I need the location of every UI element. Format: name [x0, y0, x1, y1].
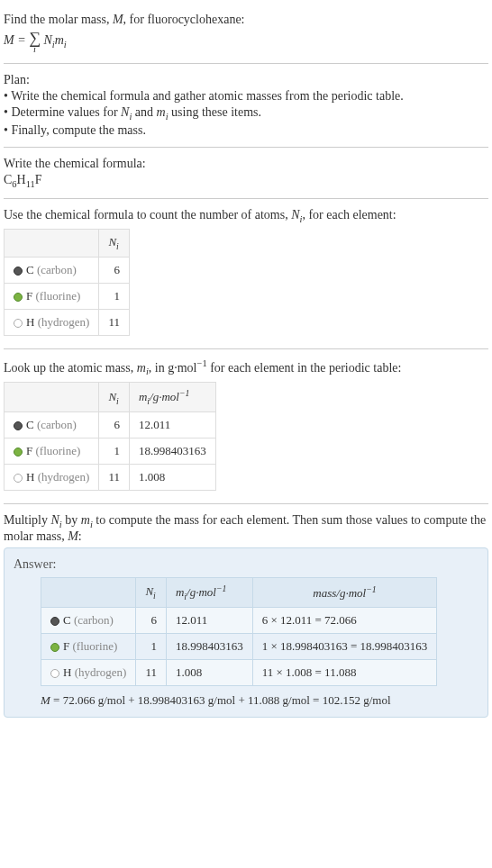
plan-item-3: • Finally, compute the mass.: [4, 123, 488, 138]
formula-eq: =: [14, 33, 29, 47]
answer-table: Ni mi/g·mol−1 mass/g·mol−1 C (carbon) 6 …: [41, 577, 437, 686]
formula-m: m: [55, 33, 64, 47]
ans-col-n: Ni: [136, 578, 167, 608]
mult-end: :: [78, 529, 82, 543]
table-row: H (hydrogen) 11 1.008: [5, 465, 216, 491]
final-lhs: M: [41, 693, 50, 707]
carbon-n: 6: [99, 412, 130, 439]
acol-n: N: [145, 584, 153, 598]
acol-m-sup: −1: [216, 583, 226, 593]
fluorine-symbol: F: [63, 639, 69, 653]
fluorine-mass: 18.998403163: [129, 439, 215, 465]
chem-formula-heading: Write the chemical formula:: [4, 157, 488, 171]
mass-col-element: [5, 383, 99, 412]
result-section: Multiply Ni by mi to compute the mass fo…: [4, 504, 488, 725]
element-cell-fluorine: F (fluorine): [41, 634, 136, 660]
hydrogen-m: 1.008: [166, 660, 252, 686]
mass-table: Ni mi/g·mol−1 C (carbon) 6 12.011 F (flu…: [4, 382, 216, 491]
carbon-name: (carbon): [74, 613, 114, 627]
final-result: M = 72.066 g/mol + 18.998403163 g/mol + …: [41, 693, 478, 708]
answer-box: Answer: Ni mi/g·mol−1 mass/g·mol−1 C (ca…: [4, 547, 488, 718]
hydrogen-calc: 11 × 1.008 = 11.088: [252, 660, 437, 686]
hydrogen-name: (hydrogen): [75, 665, 127, 679]
mass-heading: Look up the atomic mass, mi, in g·mol−1 …: [4, 358, 488, 376]
acol-m: m: [176, 585, 184, 599]
fluorine-n: 1: [99, 439, 130, 465]
table-row: F (fluorine) 1: [5, 283, 130, 309]
mult-prefix: Multiply: [4, 513, 51, 527]
fluorine-symbol: F: [26, 444, 32, 457]
table-header-row: Ni: [5, 230, 130, 258]
chem-h-sub: 11: [26, 179, 35, 189]
acol-mass: mass/g·mol: [313, 586, 366, 600]
ans-col-m: mi/g·mol−1: [166, 578, 252, 608]
table-row: C (carbon) 6: [5, 257, 130, 283]
hydrogen-name: (hydrogen): [38, 315, 90, 329]
ans-col-element: [41, 578, 136, 608]
mass-col-n: Ni: [99, 383, 130, 412]
mcol-n: N: [108, 390, 116, 403]
plan-item-1: • Write the chemical formula and gather …: [4, 89, 488, 104]
element-cell-hydrogen: H (hydrogen): [41, 660, 136, 686]
table-row: C (carbon) 6 12.011 6 × 12.011 = 72.066: [41, 608, 437, 634]
carbon-mass: 12.011: [129, 412, 215, 439]
intro-line: Find the molar mass, M, for fluorocycloh…: [4, 13, 488, 27]
count-col-element: [5, 230, 99, 258]
carbon-dot-icon: [14, 267, 23, 276]
hydrogen-dot-icon: [14, 319, 23, 328]
count-col-n: Ni: [99, 230, 130, 258]
plan2-suffix: using these items.: [169, 105, 261, 119]
hydrogen-dot-icon: [14, 474, 23, 483]
mass-mid: , in g·mol: [149, 361, 197, 375]
intro-var-m: M: [113, 13, 123, 26]
plan-section: Plan: • Write the chemical formula and g…: [4, 64, 488, 148]
mcol-m-sup: −1: [179, 388, 189, 398]
count-suffix: , for each element:: [302, 208, 396, 222]
fluorine-dot-icon: [14, 448, 23, 457]
carbon-symbol: C: [26, 418, 34, 431]
multiply-heading: Multiply Ni by mi to compute the mass fo…: [4, 513, 488, 544]
carbon-name: (carbon): [37, 418, 77, 431]
carbon-count: 6: [99, 257, 130, 283]
table-header-row: Ni mi/g·mol−1: [5, 383, 216, 412]
fluorine-name: (fluorine): [72, 639, 117, 653]
chem-c: C: [4, 173, 12, 186]
mass-suffix: for each element in the periodic table:: [207, 361, 402, 375]
carbon-calc: 6 × 12.011 = 72.066: [252, 608, 437, 634]
hydrogen-symbol: H: [26, 470, 34, 484]
chemical-formula-section: Write the chemical formula: C6H11F: [4, 148, 488, 199]
intro-suffix: , for fluorocyclohexane:: [123, 13, 245, 26]
carbon-name: (carbon): [37, 263, 77, 276]
acol-mass-sup: −1: [366, 584, 376, 594]
plan2-mid: and: [132, 105, 156, 119]
element-cell-carbon: C (carbon): [5, 257, 99, 283]
col-n-sub: i: [116, 241, 119, 251]
hydrogen-name: (hydrogen): [38, 470, 90, 484]
formula-m-sub: i: [64, 40, 67, 50]
carbon-n: 6: [136, 608, 167, 634]
mass-prefix: Look up the atomic mass,: [4, 361, 137, 375]
mult-n: N: [51, 513, 59, 527]
intro-section: Find the molar mass, M, for fluorocycloh…: [4, 4, 488, 64]
plan2-m: m: [157, 105, 166, 119]
element-cell-fluorine: F (fluorine): [5, 283, 99, 309]
fluorine-name: (fluorine): [35, 289, 80, 303]
table-row: H (hydrogen) 11: [5, 309, 130, 335]
table-row: C (carbon) 6 12.011: [5, 412, 216, 439]
carbon-symbol: C: [26, 263, 34, 276]
table-row: F (fluorine) 1 18.998403163 1 × 18.99840…: [41, 634, 437, 660]
hydrogen-n: 11: [136, 660, 167, 686]
mcol-m-unit: /g·mol: [150, 391, 179, 404]
mass-var: m: [137, 361, 146, 375]
final-eq: = 72.066 g/mol + 18.998403163 g/mol + 11…: [50, 693, 391, 707]
element-cell-hydrogen: H (hydrogen): [5, 465, 99, 491]
ans-col-mass: mass/g·mol−1: [252, 578, 437, 608]
fluorine-dot-icon: [50, 643, 59, 652]
answer-content: Ni mi/g·mol−1 mass/g·mol−1 C (carbon) 6 …: [14, 577, 478, 708]
table-row: H (hydrogen) 11 1.008 11 × 1.008 = 11.08…: [41, 660, 437, 686]
fluorine-m: 18.998403163: [166, 634, 252, 660]
fluorine-name: (fluorine): [35, 444, 80, 457]
fluorine-count: 1: [99, 283, 130, 309]
col-n-var: N: [108, 235, 116, 249]
chem-f: F: [35, 173, 42, 186]
